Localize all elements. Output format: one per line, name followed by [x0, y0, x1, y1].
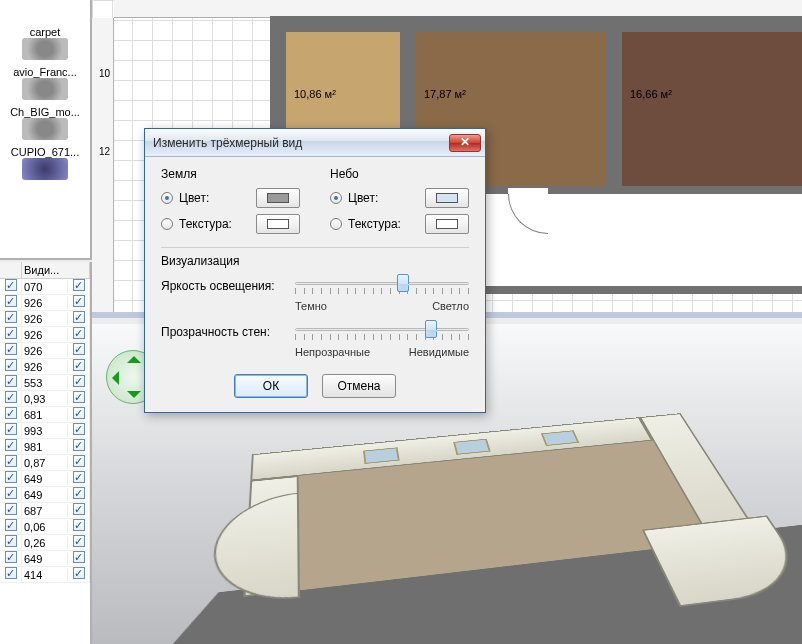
visibility-checkbox[interactable] [68, 359, 90, 375]
visibility-checkbox[interactable] [0, 439, 22, 455]
header-spacer [0, 262, 22, 278]
transparency-max: Невидимые [409, 346, 469, 358]
sky-group: Небо Цвет: Текстура: [330, 167, 469, 239]
group-title: Небо [330, 167, 469, 181]
radio-sky-texture[interactable] [330, 218, 342, 230]
group-title: Земля [161, 167, 300, 181]
visibility-checkbox[interactable] [68, 567, 90, 583]
ground-texture-button[interactable] [256, 214, 300, 234]
sky-texture-option[interactable]: Текстура: [330, 213, 469, 235]
table-cell: 0,26 [22, 537, 68, 549]
visibility-checkbox[interactable] [0, 471, 22, 487]
visibility-checkbox[interactable] [68, 311, 90, 327]
table-cell: 649 [22, 489, 68, 501]
visibility-checkbox[interactable] [0, 279, 22, 295]
close-button[interactable]: ✕ [449, 134, 481, 152]
visibility-checkbox[interactable] [0, 535, 22, 551]
dialog-body: Земля Цвет: Текстура: Н [145, 157, 485, 412]
slider-thumb[interactable] [397, 274, 409, 292]
visibility-checkbox[interactable] [68, 439, 90, 455]
visibility-checkbox[interactable] [68, 391, 90, 407]
visibility-checkbox[interactable] [68, 535, 90, 551]
door[interactable] [744, 204, 752, 244]
visibility-checkbox[interactable] [0, 375, 22, 391]
visibility-checkbox[interactable] [0, 391, 22, 407]
sky-color-button[interactable] [425, 188, 469, 208]
visibility-checkbox[interactable] [68, 423, 90, 439]
visibility-checkbox[interactable] [68, 503, 90, 519]
furniture-label: carpet [30, 26, 61, 38]
ok-button[interactable]: ОК [234, 374, 308, 398]
swatch-preview [267, 193, 289, 203]
ground-color-button[interactable] [256, 188, 300, 208]
visibility-checkbox[interactable] [0, 423, 22, 439]
table-row[interactable]: 414 [0, 567, 90, 583]
visibility-checkbox[interactable] [68, 343, 90, 359]
visibility-checkbox[interactable] [0, 359, 22, 375]
slider-thumb[interactable] [425, 320, 437, 338]
door[interactable] [608, 234, 616, 274]
visibility-checkbox[interactable] [68, 327, 90, 343]
furniture-label: Ch_BIG_mo... [10, 106, 80, 118]
option-label: Текстура: [348, 217, 419, 231]
visibility-checkbox[interactable] [0, 311, 22, 327]
visibility-checkbox[interactable] [68, 471, 90, 487]
furniture-item[interactable]: Ch_BIG_mo... [0, 104, 90, 144]
room[interactable]: 16,66 м² [614, 24, 802, 194]
furniture-item[interactable]: carpet [0, 24, 90, 64]
visibility-checkbox[interactable] [68, 375, 90, 391]
visibility-checkbox[interactable] [0, 567, 22, 583]
furniture-panel: carpet avio_Franc... Ch_BIG_mo... CUPIO_… [0, 0, 92, 260]
radio-ground-texture[interactable] [161, 218, 173, 230]
furniture-thumb [22, 78, 68, 100]
brightness-extents: Темно Светло [295, 300, 469, 312]
visibility-checkbox[interactable] [68, 279, 90, 295]
object-table: Види... 0709269269269269265530,936819939… [0, 262, 92, 644]
table-cell: 0,87 [22, 457, 68, 469]
sky-color-option[interactable]: Цвет: [330, 187, 469, 209]
brightness-max: Светло [432, 300, 469, 312]
visibility-checkbox[interactable] [0, 487, 22, 503]
visibility-checkbox[interactable] [0, 407, 22, 423]
separator [161, 247, 469, 248]
visibility-checkbox[interactable] [0, 519, 22, 535]
visibility-checkbox[interactable] [0, 343, 22, 359]
furniture-item[interactable]: avio_Franc... [0, 64, 90, 104]
visibility-checkbox[interactable] [68, 487, 90, 503]
visibility-checkbox[interactable] [68, 519, 90, 535]
table-cell: 926 [22, 297, 68, 309]
swatch-preview [267, 219, 289, 229]
visibility-checkbox[interactable] [68, 455, 90, 471]
visibility-checkbox[interactable] [0, 551, 22, 567]
furniture-thumb [22, 158, 68, 180]
radio-ground-color[interactable] [161, 192, 173, 204]
table-cell: 553 [22, 377, 68, 389]
visibility-checkbox[interactable] [0, 455, 22, 471]
slider-track [295, 328, 469, 331]
table-cell: 926 [22, 313, 68, 325]
table-cell: 926 [22, 345, 68, 357]
nav-down-icon[interactable] [127, 391, 141, 405]
ground-color-option[interactable]: Цвет: [161, 187, 300, 209]
visibility-checkbox[interactable] [0, 295, 22, 311]
radio-sky-color[interactable] [330, 192, 342, 204]
visibility-checkbox[interactable] [0, 327, 22, 343]
cancel-button[interactable]: Отмена [322, 374, 396, 398]
visibility-checkbox[interactable] [68, 295, 90, 311]
table-cell: 926 [22, 361, 68, 373]
nav-left-icon[interactable] [105, 371, 119, 385]
visibility-checkbox[interactable] [68, 551, 90, 567]
column-visibility[interactable]: Види... [22, 262, 90, 278]
sky-texture-button[interactable] [425, 214, 469, 234]
dialog-titlebar[interactable]: Изменить трёхмерный вид ✕ [145, 129, 485, 157]
furniture-item[interactable]: CUPIO_671... [0, 144, 90, 184]
visibility-checkbox[interactable] [0, 503, 22, 519]
furniture-label: CUPIO_671... [11, 146, 79, 158]
nav-up-icon[interactable] [127, 349, 141, 363]
brightness-slider[interactable] [295, 274, 469, 298]
transparency-extents: Непрозрачные Невидимые [295, 346, 469, 358]
transparency-slider[interactable] [295, 320, 469, 344]
option-label: Цвет: [179, 191, 250, 205]
ground-texture-option[interactable]: Текстура: [161, 213, 300, 235]
visibility-checkbox[interactable] [68, 407, 90, 423]
